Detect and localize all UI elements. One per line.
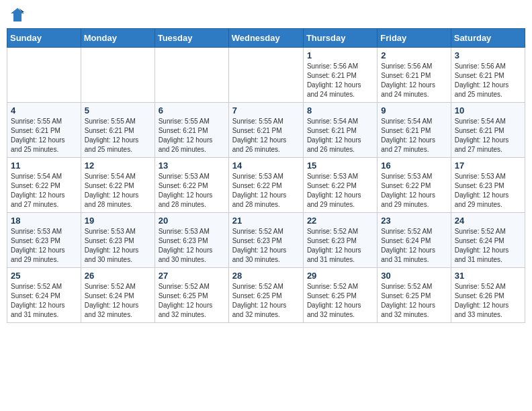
day-info: Sunrise: 5:52 AM Sunset: 6:23 PM Dayligh… [307, 227, 373, 265]
calendar-cell: 3Sunrise: 5:56 AM Sunset: 6:21 PM Daylig… [451, 48, 525, 103]
calendar-cell: 25Sunrise: 5:52 AM Sunset: 6:24 PM Dayli… [7, 268, 81, 323]
day-number: 6 [159, 105, 225, 116]
calendar-cell: 24Sunrise: 5:52 AM Sunset: 6:24 PM Dayli… [451, 213, 525, 268]
calendar-cell: 8Sunrise: 5:54 AM Sunset: 6:21 PM Daylig… [303, 103, 377, 158]
day-info: Sunrise: 5:53 AM Sunset: 6:22 PM Dayligh… [159, 172, 225, 210]
calendar-cell: 15Sunrise: 5:53 AM Sunset: 6:22 PM Dayli… [303, 158, 377, 213]
day-number: 25 [11, 271, 77, 281]
calendar-cell: 21Sunrise: 5:52 AM Sunset: 6:23 PM Dayli… [228, 213, 303, 268]
day-info: Sunrise: 5:53 AM Sunset: 6:23 PM Dayligh… [159, 227, 225, 265]
day-info: Sunrise: 5:55 AM Sunset: 6:21 PM Dayligh… [11, 117, 77, 154]
calendar-cell: 17Sunrise: 5:53 AM Sunset: 6:23 PM Dayli… [451, 158, 525, 213]
day-number: 29 [307, 271, 373, 281]
calendar-cell [7, 48, 81, 103]
day-number: 27 [159, 271, 225, 281]
day-info: Sunrise: 5:52 AM Sunset: 6:24 PM Dayligh… [455, 227, 521, 265]
day-number: 9 [381, 105, 447, 116]
calendar-week-1: 1Sunrise: 5:56 AM Sunset: 6:21 PM Daylig… [7, 48, 525, 103]
day-number: 20 [159, 216, 225, 226]
weekday-header-tuesday: Tuesday [154, 29, 228, 48]
day-info: Sunrise: 5:54 AM Sunset: 6:21 PM Dayligh… [381, 117, 447, 154]
logo [9, 7, 28, 23]
day-number: 19 [85, 216, 151, 226]
weekday-header-wednesday: Wednesday [228, 29, 303, 48]
day-number: 24 [455, 216, 521, 226]
day-info: Sunrise: 5:52 AM Sunset: 6:25 PM Dayligh… [232, 282, 300, 320]
calendar-cell: 1Sunrise: 5:56 AM Sunset: 6:21 PM Daylig… [303, 48, 377, 103]
day-number: 23 [381, 216, 447, 226]
day-info: Sunrise: 5:52 AM Sunset: 6:23 PM Dayligh… [232, 227, 300, 265]
calendar-cell [228, 48, 303, 103]
weekday-header-sunday: Sunday [7, 29, 81, 48]
day-info: Sunrise: 5:52 AM Sunset: 6:25 PM Dayligh… [381, 282, 447, 320]
day-info: Sunrise: 5:55 AM Sunset: 6:21 PM Dayligh… [85, 117, 151, 154]
weekday-header-row: SundayMondayTuesdayWednesdayThursdayFrid… [7, 29, 525, 48]
day-number: 15 [307, 161, 373, 171]
calendar-table: SundayMondayTuesdayWednesdayThursdayFrid… [7, 28, 525, 323]
day-info: Sunrise: 5:52 AM Sunset: 6:25 PM Dayligh… [159, 282, 225, 320]
day-info: Sunrise: 5:54 AM Sunset: 6:21 PM Dayligh… [455, 117, 521, 154]
calendar-cell: 7Sunrise: 5:55 AM Sunset: 6:21 PM Daylig… [228, 103, 303, 158]
calendar-cell: 18Sunrise: 5:53 AM Sunset: 6:23 PM Dayli… [7, 213, 81, 268]
day-number: 21 [232, 216, 300, 226]
day-number: 1 [307, 50, 373, 60]
calendar-cell: 16Sunrise: 5:53 AM Sunset: 6:22 PM Dayli… [378, 158, 451, 213]
day-number: 22 [307, 216, 373, 226]
day-info: Sunrise: 5:53 AM Sunset: 6:22 PM Dayligh… [307, 172, 373, 210]
weekday-header-monday: Monday [81, 29, 154, 48]
calendar-cell: 2Sunrise: 5:56 AM Sunset: 6:21 PM Daylig… [378, 48, 451, 103]
day-info: Sunrise: 5:53 AM Sunset: 6:23 PM Dayligh… [85, 227, 151, 265]
day-info: Sunrise: 5:52 AM Sunset: 6:24 PM Dayligh… [381, 227, 447, 265]
calendar-cell [154, 48, 228, 103]
calendar-week-5: 25Sunrise: 5:52 AM Sunset: 6:24 PM Dayli… [7, 268, 525, 323]
calendar-cell: 22Sunrise: 5:52 AM Sunset: 6:23 PM Dayli… [303, 213, 377, 268]
day-info: Sunrise: 5:53 AM Sunset: 6:22 PM Dayligh… [232, 172, 300, 210]
calendar-cell [81, 48, 154, 103]
day-info: Sunrise: 5:54 AM Sunset: 6:21 PM Dayligh… [307, 117, 373, 154]
day-info: Sunrise: 5:52 AM Sunset: 6:26 PM Dayligh… [455, 282, 521, 320]
day-number: 12 [85, 161, 151, 171]
calendar-cell: 19Sunrise: 5:53 AM Sunset: 6:23 PM Dayli… [81, 213, 154, 268]
day-number: 18 [11, 216, 77, 226]
calendar-header: SundayMondayTuesdayWednesdayThursdayFrid… [7, 29, 525, 48]
day-info: Sunrise: 5:56 AM Sunset: 6:21 PM Dayligh… [381, 62, 447, 99]
day-info: Sunrise: 5:55 AM Sunset: 6:21 PM Dayligh… [232, 117, 300, 154]
calendar-cell: 9Sunrise: 5:54 AM Sunset: 6:21 PM Daylig… [378, 103, 451, 158]
calendar-cell: 31Sunrise: 5:52 AM Sunset: 6:26 PM Dayli… [451, 268, 525, 323]
day-number: 26 [85, 271, 151, 281]
day-number: 10 [455, 105, 521, 116]
day-info: Sunrise: 5:52 AM Sunset: 6:24 PM Dayligh… [85, 282, 151, 320]
calendar-cell: 26Sunrise: 5:52 AM Sunset: 6:24 PM Dayli… [81, 268, 154, 323]
day-number: 11 [11, 161, 77, 171]
page-header [7, 7, 525, 23]
svg-marker-0 [11, 8, 24, 21]
calendar-cell: 30Sunrise: 5:52 AM Sunset: 6:25 PM Dayli… [378, 268, 451, 323]
day-number: 31 [455, 271, 521, 281]
day-info: Sunrise: 5:56 AM Sunset: 6:21 PM Dayligh… [307, 62, 373, 99]
calendar-body: 1Sunrise: 5:56 AM Sunset: 6:21 PM Daylig… [7, 48, 525, 323]
day-info: Sunrise: 5:52 AM Sunset: 6:24 PM Dayligh… [11, 282, 77, 320]
calendar-cell: 23Sunrise: 5:52 AM Sunset: 6:24 PM Dayli… [378, 213, 451, 268]
calendar-cell: 6Sunrise: 5:55 AM Sunset: 6:21 PM Daylig… [154, 103, 228, 158]
day-number: 30 [381, 271, 447, 281]
calendar-cell: 11Sunrise: 5:54 AM Sunset: 6:22 PM Dayli… [7, 158, 81, 213]
day-info: Sunrise: 5:55 AM Sunset: 6:21 PM Dayligh… [159, 117, 225, 154]
day-number: 13 [159, 161, 225, 171]
weekday-header-thursday: Thursday [303, 29, 377, 48]
calendar-cell: 12Sunrise: 5:54 AM Sunset: 6:22 PM Dayli… [81, 158, 154, 213]
day-info: Sunrise: 5:53 AM Sunset: 6:22 PM Dayligh… [381, 172, 447, 210]
day-number: 17 [455, 161, 521, 171]
day-info: Sunrise: 5:56 AM Sunset: 6:21 PM Dayligh… [455, 62, 521, 99]
calendar-cell: 4Sunrise: 5:55 AM Sunset: 6:21 PM Daylig… [7, 103, 81, 158]
day-number: 3 [455, 50, 521, 60]
day-info: Sunrise: 5:52 AM Sunset: 6:25 PM Dayligh… [307, 282, 373, 320]
day-info: Sunrise: 5:54 AM Sunset: 6:22 PM Dayligh… [85, 172, 151, 210]
weekday-header-friday: Friday [378, 29, 451, 48]
day-number: 16 [381, 161, 447, 171]
weekday-header-saturday: Saturday [451, 29, 525, 48]
calendar-week-2: 4Sunrise: 5:55 AM Sunset: 6:21 PM Daylig… [7, 103, 525, 158]
calendar-cell: 20Sunrise: 5:53 AM Sunset: 6:23 PM Dayli… [154, 213, 228, 268]
calendar-cell: 27Sunrise: 5:52 AM Sunset: 6:25 PM Dayli… [154, 268, 228, 323]
calendar-cell: 13Sunrise: 5:53 AM Sunset: 6:22 PM Dayli… [154, 158, 228, 213]
day-number: 14 [232, 161, 300, 171]
